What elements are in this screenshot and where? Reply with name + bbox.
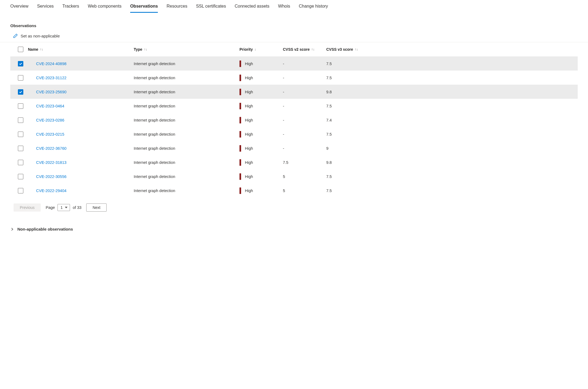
- priority-indicator: [239, 117, 241, 123]
- priority-indicator: [239, 131, 241, 138]
- row-checkbox[interactable]: [18, 146, 23, 151]
- type-value: Internet graph detection: [134, 90, 239, 94]
- observations-table: Name ↑↓ Type ↑↓ Priority ↓ CVSS v2 score…: [0, 42, 588, 197]
- column-header-cvss2[interactable]: CVSS v2 score ↑↓: [283, 47, 326, 52]
- priority-indicator: [239, 89, 241, 95]
- cve-link[interactable]: CVE-2022-30556: [36, 174, 66, 179]
- tab-observations[interactable]: Observations: [130, 4, 158, 13]
- tab-connected-assets[interactable]: Connected assets: [235, 4, 269, 13]
- cvss3-value: 9: [326, 146, 364, 151]
- cvss2-value: -: [283, 118, 326, 122]
- type-value: Internet graph detection: [134, 76, 239, 80]
- table-row: CVE-2022-30556Internet graph detectionHi…: [10, 169, 578, 183]
- expandable-label: Non-applicable observations: [17, 227, 73, 231]
- priority-cell: High: [239, 75, 283, 81]
- cve-link[interactable]: CVE-2022-31813: [36, 160, 66, 165]
- column-header-name[interactable]: Name ↑↓: [28, 47, 134, 52]
- table-row: CVE-2022-29404Internet graph detectionHi…: [10, 183, 578, 197]
- table-row: CVE-2023-0215Internet graph detectionHig…: [10, 127, 578, 141]
- column-label: Name: [28, 47, 38, 52]
- cve-link[interactable]: CVE-2023-25690: [36, 90, 66, 94]
- cve-link[interactable]: CVE-2023-31122: [36, 76, 66, 80]
- column-label: Type: [134, 47, 142, 52]
- cvss2-value: -: [283, 62, 326, 66]
- current-page: 1: [60, 205, 63, 210]
- select-all-checkbox[interactable]: [18, 47, 23, 52]
- cvss3-value: 9.8: [326, 160, 364, 165]
- tab-change-history[interactable]: Change history: [299, 4, 328, 13]
- row-checkbox[interactable]: [18, 174, 23, 179]
- row-checkbox[interactable]: [18, 188, 23, 193]
- previous-button[interactable]: Previous: [14, 203, 41, 212]
- table-row: CVE-2022-36760Internet graph detectionHi…: [10, 141, 578, 155]
- priority-cell: High: [239, 60, 283, 67]
- priority-label: High: [245, 76, 253, 80]
- sort-icon: ↑↓: [311, 47, 315, 51]
- cve-link[interactable]: CVE-2023-0464: [36, 104, 64, 108]
- cvss3-value: 9.8: [326, 90, 364, 94]
- tab-services[interactable]: Services: [37, 4, 54, 13]
- row-checkbox[interactable]: [18, 117, 23, 123]
- priority-cell: High: [239, 159, 283, 166]
- row-checkbox[interactable]: [18, 132, 23, 137]
- pencil-icon: [13, 33, 18, 38]
- set-non-applicable-action[interactable]: Set as non-applicable: [21, 34, 60, 38]
- row-checkbox[interactable]: [18, 103, 23, 109]
- table-row: CVE-2023-31122Internet graph detectionHi…: [10, 71, 578, 85]
- cve-link[interactable]: CVE-2024-40898: [36, 62, 66, 66]
- sort-icon: ↑↓: [355, 47, 358, 51]
- priority-cell: High: [239, 117, 283, 123]
- priority-label: High: [245, 146, 253, 151]
- priority-label: High: [245, 174, 253, 179]
- tab-ssl-certificates[interactable]: SSL certificates: [196, 4, 226, 13]
- table-row: CVE-2023-25690Internet graph detectionHi…: [10, 85, 578, 99]
- cvss2-value: 5: [283, 174, 326, 179]
- page-of-label: of 33: [73, 205, 81, 210]
- cvss3-value: 7.5: [326, 189, 364, 193]
- priority-indicator: [239, 159, 241, 166]
- priority-cell: High: [239, 187, 283, 194]
- tab-web-components[interactable]: Web components: [88, 4, 122, 13]
- table-row: CVE-2023-0286Internet graph detectionHig…: [10, 113, 578, 127]
- cve-link[interactable]: CVE-2023-0286: [36, 118, 64, 122]
- column-header-priority[interactable]: Priority ↓: [239, 47, 283, 52]
- cvss2-value: -: [283, 132, 326, 136]
- cvss3-value: 7.4: [326, 118, 364, 122]
- cvss3-value: 7.5: [326, 104, 364, 108]
- action-bar: Set as non-applicable: [0, 28, 588, 42]
- column-label: Priority: [239, 47, 253, 52]
- row-checkbox[interactable]: [18, 61, 23, 66]
- column-label: CVSS v3 score: [326, 47, 353, 52]
- page-label: Page: [46, 205, 55, 210]
- tab-overview[interactable]: Overview: [10, 4, 28, 13]
- column-header-type[interactable]: Type ↑↓: [134, 47, 239, 52]
- cve-link[interactable]: CVE-2022-36760: [36, 146, 66, 151]
- priority-cell: High: [239, 145, 283, 152]
- column-header-cvss3[interactable]: CVSS v3 score ↑↓: [326, 47, 364, 52]
- type-value: Internet graph detection: [134, 189, 239, 193]
- priority-label: High: [245, 104, 253, 108]
- page-select[interactable]: 1: [57, 204, 70, 211]
- tab-whois[interactable]: Whois: [278, 4, 290, 13]
- row-checkbox[interactable]: [18, 75, 23, 81]
- tab-resources[interactable]: Resources: [167, 4, 187, 13]
- row-checkbox[interactable]: [18, 160, 23, 165]
- priority-label: High: [245, 132, 253, 136]
- cvss2-value: -: [283, 76, 326, 80]
- priority-cell: High: [239, 131, 283, 138]
- cvss3-value: 7.5: [326, 174, 364, 179]
- type-value: Internet graph detection: [134, 174, 239, 179]
- table-header: Name ↑↓ Type ↑↓ Priority ↓ CVSS v2 score…: [10, 42, 578, 56]
- pagination: Previous Page 1 of 33 Next: [0, 197, 588, 212]
- type-value: Internet graph detection: [134, 118, 239, 122]
- type-value: Internet graph detection: [134, 132, 239, 136]
- row-checkbox[interactable]: [18, 89, 23, 95]
- priority-indicator: [239, 173, 241, 180]
- cve-link[interactable]: CVE-2022-29404: [36, 189, 66, 193]
- type-value: Internet graph detection: [134, 160, 239, 165]
- next-button[interactable]: Next: [86, 203, 107, 212]
- tab-trackers[interactable]: Trackers: [62, 4, 79, 13]
- non-applicable-section-toggle[interactable]: Non-applicable observations: [0, 212, 588, 237]
- sort-icon: ↑↓: [40, 47, 43, 51]
- cve-link[interactable]: CVE-2023-0215: [36, 132, 64, 136]
